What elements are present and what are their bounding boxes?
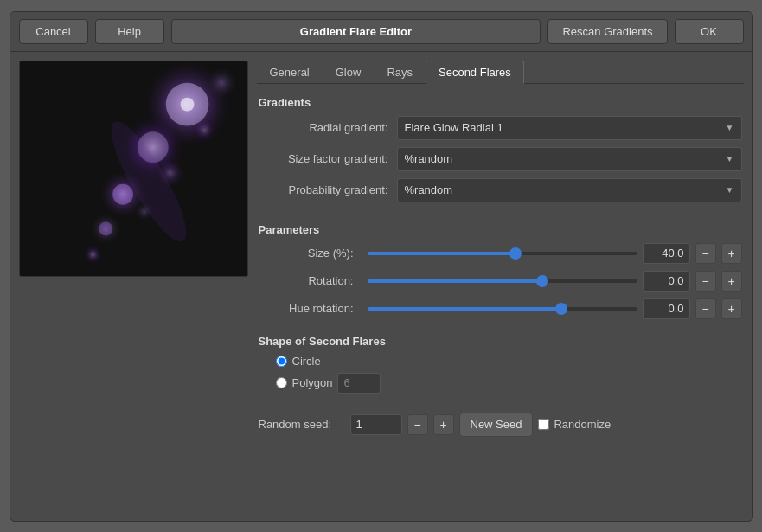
polygon-radio[interactable] bbox=[276, 377, 287, 388]
size-slider-container bbox=[368, 245, 637, 262]
probability-row: Probability gradient: %random ▼ bbox=[259, 178, 742, 202]
radial-gradient-value: Flare Glow Radial 1 bbox=[405, 121, 503, 134]
gradients-title: Gradients bbox=[259, 96, 742, 109]
polygon-sides-input[interactable] bbox=[337, 373, 381, 394]
gradients-section: Gradients Radial gradient: Flare Glow Ra… bbox=[259, 96, 742, 209]
hue-rotation-slider-track[interactable] bbox=[368, 307, 637, 311]
tab-glow[interactable]: Glow bbox=[323, 61, 375, 83]
polygon-radio-row: Polygon bbox=[276, 373, 742, 394]
hue-rotation-increment-button[interactable]: + bbox=[721, 298, 742, 319]
randomize-checkbox[interactable] bbox=[538, 419, 549, 430]
shape-title: Shape of Second Flares bbox=[259, 335, 742, 348]
seed-value-input[interactable] bbox=[350, 414, 402, 435]
shape-section: Shape of Second Flares Circle Polygon bbox=[259, 335, 742, 399]
cancel-button[interactable]: Cancel bbox=[19, 19, 88, 44]
hue-rotation-row: Hue rotation: − + bbox=[259, 298, 742, 319]
svg-point-7 bbox=[112, 183, 133, 204]
size-factor-row: Size factor gradient: %random ▼ bbox=[259, 147, 742, 171]
radial-gradient-arrow-icon: ▼ bbox=[726, 123, 734, 132]
svg-point-11 bbox=[204, 65, 239, 99]
radial-gradient-dropdown[interactable]: Flare Glow Radial 1 ▼ bbox=[397, 116, 742, 140]
new-seed-button[interactable]: New Seed bbox=[459, 413, 534, 437]
probability-value: %random bbox=[405, 183, 453, 196]
tab-second-flares[interactable]: Second Flares bbox=[426, 61, 524, 84]
hue-rotation-label: Hue rotation: bbox=[259, 302, 362, 315]
hue-rotation-slider-fill bbox=[368, 307, 562, 311]
size-slider-thumb[interactable] bbox=[509, 247, 522, 260]
rotation-increment-button[interactable]: + bbox=[721, 271, 742, 292]
size-factor-label: Size factor gradient: bbox=[259, 152, 397, 165]
rotation-value-input[interactable] bbox=[643, 271, 690, 292]
size-label: Size (%): bbox=[259, 247, 362, 260]
rotation-slider-container bbox=[368, 272, 637, 290]
main-content: General Glow Rays Second Flares Gradient… bbox=[10, 52, 752, 521]
parameters-section: Parameters Size (%): − + bbox=[259, 223, 742, 326]
rotation-slider-track[interactable] bbox=[368, 279, 637, 283]
circle-radio[interactable] bbox=[276, 356, 287, 367]
rotation-row: Rotation: − + bbox=[259, 271, 742, 292]
rotation-slider-fill bbox=[368, 279, 543, 283]
svg-point-3 bbox=[180, 97, 194, 111]
probability-arrow-icon: ▼ bbox=[726, 185, 734, 195]
hue-rotation-slider-thumb[interactable] bbox=[555, 303, 567, 315]
polygon-label[interactable]: Polygon bbox=[292, 376, 333, 389]
rotation-slider-thumb[interactable] bbox=[536, 275, 548, 287]
hue-rotation-value-input[interactable] bbox=[643, 298, 690, 319]
probability-dropdown[interactable]: %random ▼ bbox=[397, 178, 742, 202]
radial-gradient-label: Radial gradient: bbox=[259, 121, 397, 134]
seed-label: Random seed: bbox=[259, 418, 345, 431]
size-factor-dropdown[interactable]: %random ▼ bbox=[397, 147, 742, 171]
parameters-title: Parameters bbox=[259, 223, 742, 236]
hue-rotation-decrement-button[interactable]: − bbox=[695, 298, 716, 319]
radial-gradient-row: Radial gradient: Flare Glow Radial 1 ▼ bbox=[259, 116, 742, 140]
circle-radio-row: Circle bbox=[276, 355, 742, 368]
tab-general[interactable]: General bbox=[257, 61, 323, 83]
rotation-decrement-button[interactable]: − bbox=[695, 271, 716, 292]
tab-rays[interactable]: Rays bbox=[374, 61, 426, 83]
size-slider-fill bbox=[368, 252, 516, 255]
svg-point-12 bbox=[191, 117, 217, 143]
randomize-label[interactable]: Randomize bbox=[538, 418, 611, 431]
right-panel: General Glow Rays Second Flares Gradient… bbox=[257, 61, 744, 512]
size-slider-track[interactable] bbox=[368, 252, 637, 255]
seed-row: Random seed: − + New Seed Randomize bbox=[259, 413, 742, 437]
size-factor-value: %random bbox=[405, 152, 453, 165]
size-decrement-button[interactable]: − bbox=[695, 243, 716, 264]
svg-point-10 bbox=[82, 244, 103, 265]
rotation-label: Rotation: bbox=[259, 274, 362, 287]
circle-label[interactable]: Circle bbox=[292, 355, 321, 368]
toolbar: Cancel Help Gradient Flare Editor Rescan… bbox=[10, 12, 752, 52]
help-button[interactable]: Help bbox=[95, 19, 164, 44]
size-factor-arrow-icon: ▼ bbox=[726, 154, 734, 163]
gradient-flare-editor-dialog: Cancel Help Gradient Flare Editor Rescan… bbox=[10, 11, 753, 522]
seed-decrement-button[interactable]: − bbox=[407, 414, 428, 435]
size-value-input[interactable] bbox=[643, 243, 690, 264]
seed-increment-button[interactable]: + bbox=[433, 414, 454, 435]
title-label: Gradient Flare Editor bbox=[171, 19, 541, 44]
preview-canvas bbox=[19, 61, 248, 277]
size-increment-button[interactable]: + bbox=[721, 243, 742, 264]
svg-point-9 bbox=[99, 221, 112, 235]
hue-rotation-slider-container bbox=[368, 300, 637, 317]
tab-bar: General Glow Rays Second Flares bbox=[257, 61, 744, 84]
panel-body: Gradients Radial gradient: Flare Glow Ra… bbox=[257, 93, 744, 512]
size-row: Size (%): − + bbox=[259, 243, 742, 264]
probability-label: Probability gradient: bbox=[259, 183, 397, 196]
ok-button[interactable]: OK bbox=[675, 19, 744, 44]
rescan-gradients-button[interactable]: Rescan Gradients bbox=[547, 19, 667, 44]
